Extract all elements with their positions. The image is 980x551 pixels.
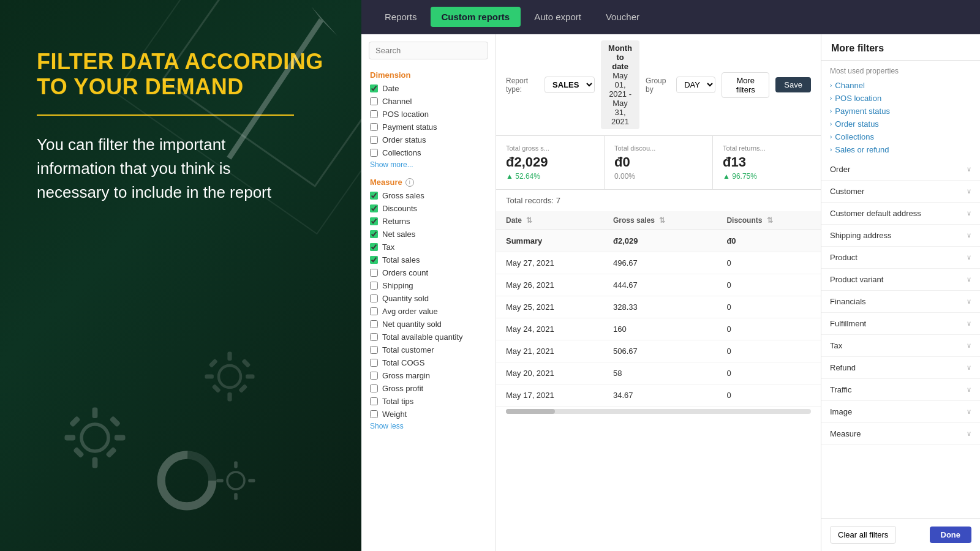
sidebar-item-total-tips[interactable]: Total tips — [361, 395, 496, 408]
sidebar-item-payment-status[interactable]: Payment status — [361, 121, 496, 133]
sidebar-item-pos-location[interactable]: POS location — [361, 108, 496, 121]
report-type-select[interactable]: SALES — [545, 77, 595, 93]
filter-group-tax-row[interactable]: Tax ∨ — [821, 335, 980, 356]
show-more-link[interactable]: Show more... — [361, 159, 496, 174]
col-discounts[interactable]: Discounts ⇅ — [717, 211, 821, 230]
sidebar-item-gross-sales[interactable]: Gross sales — [361, 189, 496, 202]
filter-property-sales-or-refund[interactable]: › Sales or refund — [830, 143, 971, 156]
checkbox-shipping[interactable] — [370, 282, 378, 290]
filter-group-customer-default-row[interactable]: Customer default address ∨ — [821, 203, 980, 224]
checkbox-quantity-sold[interactable] — [370, 294, 378, 302]
sidebar-item-avg-order-value[interactable]: Avg order value — [361, 305, 496, 318]
sidebar-item-channel[interactable]: Channel — [361, 95, 496, 108]
sidebar-item-orders-count[interactable]: Orders count — [361, 266, 496, 279]
done-button[interactable]: Done — [930, 527, 972, 543]
clear-all-filters-button[interactable]: Clear all filters — [830, 526, 896, 544]
table-row: May 25, 2021 328.33 0 — [496, 296, 821, 318]
filter-group-shipping-row[interactable]: Shipping address ∨ — [821, 225, 980, 246]
svg-rect-7 — [209, 359, 218, 368]
filter-group-fulfillment-row[interactable]: Fulfillment ∨ — [821, 313, 980, 334]
row-date-5: May 20, 2021 — [496, 362, 603, 384]
filter-group-customer-row[interactable]: Customer ∨ — [821, 181, 980, 202]
checkbox-order-status[interactable] — [370, 136, 378, 144]
sidebar-item-date[interactable]: Date — [361, 82, 496, 95]
sidebar-item-net-sales[interactable]: Net sales — [361, 228, 496, 241]
sidebar-item-tax[interactable]: Tax — [361, 241, 496, 253]
filter-property-collections[interactable]: › Collections — [830, 130, 971, 143]
tab-voucher[interactable]: Voucher — [595, 7, 650, 27]
sidebar-item-collections[interactable]: Collections — [361, 146, 496, 159]
filter-property-order-status[interactable]: › Order status — [830, 118, 971, 130]
filter-group-refund: Refund ∨ — [821, 357, 980, 379]
tab-reports[interactable]: Reports — [374, 7, 428, 27]
sidebar-item-weight[interactable]: Weight — [361, 408, 496, 421]
save-button[interactable]: Save — [775, 77, 811, 92]
svg-rect-13 — [92, 457, 98, 468]
checkbox-discounts[interactable] — [370, 204, 378, 212]
checkbox-total-tips[interactable] — [370, 397, 378, 405]
checkbox-avg-order-value[interactable] — [370, 307, 378, 315]
checkbox-tax[interactable] — [370, 243, 378, 251]
sidebar-item-order-status[interactable]: Order status — [361, 133, 496, 146]
checkbox-total-available-quantity[interactable] — [370, 333, 378, 341]
row-date-1: May 26, 2021 — [496, 274, 603, 296]
col-gross-sales[interactable]: Gross sales ⇅ — [603, 211, 717, 230]
filter-group-financials: Financials ∨ — [821, 291, 980, 313]
checkbox-pos-location[interactable] — [370, 110, 378, 118]
svg-line-0 — [229, 20, 322, 158]
filter-group-product-variant-row[interactable]: Product variant ∨ — [821, 269, 980, 290]
checkbox-net-sales[interactable] — [370, 230, 378, 238]
checkbox-gross-sales[interactable] — [370, 192, 378, 200]
checkbox-collections[interactable] — [370, 149, 378, 157]
more-filters-button[interactable]: More filters — [722, 72, 769, 98]
checkbox-channel[interactable] — [370, 97, 378, 105]
tab-custom-reports[interactable]: Custom reports — [431, 7, 521, 27]
scroll-thumb[interactable] — [506, 409, 555, 414]
checkbox-total-customer[interactable] — [370, 346, 378, 354]
filter-group-order-row[interactable]: Order ∨ — [821, 159, 980, 180]
svg-rect-22 — [234, 493, 238, 500]
checkbox-date[interactable] — [370, 84, 378, 92]
stat-card-discounts: Total discou... đ0 0.00% — [605, 136, 713, 189]
sidebar-item-net-quantity-sold[interactable]: Net quantity sold — [361, 318, 496, 331]
sidebar-item-gross-margin[interactable]: Gross margin — [361, 369, 496, 382]
show-less-link[interactable]: Show less — [361, 421, 496, 435]
filter-property-channel[interactable]: › Channel — [830, 79, 971, 92]
checkbox-orders-count[interactable] — [370, 269, 378, 277]
checkbox-net-quantity-sold[interactable] — [370, 320, 378, 328]
sidebar-item-total-customer[interactable]: Total customer — [361, 343, 496, 356]
sidebar-item-total-sales[interactable]: Total sales — [361, 253, 496, 266]
row-disc-6: 0 — [717, 384, 821, 407]
tab-auto-export[interactable]: Auto export — [523, 7, 592, 27]
filter-property-pos-location[interactable]: › POS location — [830, 92, 971, 105]
row-gross-3: 160 — [603, 318, 717, 340]
filter-group-measure-row[interactable]: Measure ∨ — [821, 423, 980, 444]
sidebar-item-quantity-sold[interactable]: Quantity sold — [361, 292, 496, 305]
filter-group-product-row[interactable]: Product ∨ — [821, 247, 980, 268]
search-input[interactable] — [369, 42, 488, 59]
group-by-select[interactable]: DAY — [676, 77, 715, 93]
summary-gross-sales: đ2,029 — [603, 230, 717, 252]
sidebar-item-shipping[interactable]: Shipping — [361, 279, 496, 292]
checkbox-returns[interactable] — [370, 217, 378, 225]
checkbox-total-sales[interactable] — [370, 256, 378, 264]
checkbox-payment-status[interactable] — [370, 123, 378, 131]
arrow-decoration — [214, 0, 349, 171]
sidebar-item-total-cogs[interactable]: Total COGS — [361, 356, 496, 369]
filter-group-refund-row[interactable]: Refund ∨ — [821, 357, 980, 378]
col-date[interactable]: Date ⇅ — [496, 211, 603, 230]
filter-group-financials-row[interactable]: Financials ∨ — [821, 291, 980, 312]
filter-property-payment-status[interactable]: › Payment status — [830, 105, 971, 118]
sidebar-item-total-available-quantity[interactable]: Total available quantity — [361, 331, 496, 343]
checkbox-total-cogs[interactable] — [370, 359, 378, 367]
date-range-pill[interactable]: Month to date May 01, 2021 - May 31, 202… — [601, 40, 639, 129]
filter-group-image-row[interactable]: Image ∨ — [821, 401, 980, 422]
sidebar-item-returns[interactable]: Returns — [361, 215, 496, 228]
checkbox-gross-margin[interactable] — [370, 372, 378, 380]
horizontal-scrollbar[interactable] — [506, 409, 811, 414]
checkbox-gross-profit[interactable] — [370, 384, 378, 392]
checkbox-weight[interactable] — [370, 410, 378, 418]
sidebar-item-gross-profit[interactable]: Gross profit — [361, 382, 496, 395]
filter-group-traffic-row[interactable]: Traffic ∨ — [821, 379, 980, 400]
sidebar-item-discounts[interactable]: Discounts — [361, 202, 496, 215]
